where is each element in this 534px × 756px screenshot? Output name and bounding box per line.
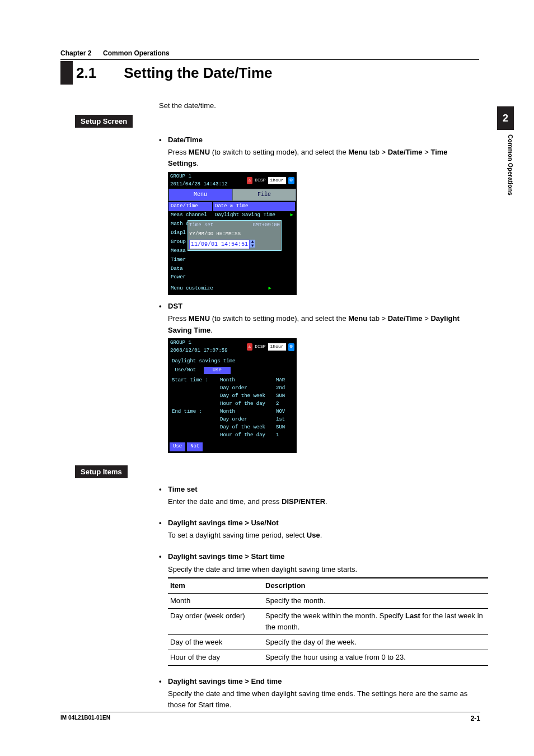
heading-setup-items: Setup Items: [75, 465, 128, 478]
chevron-right-icon: ▶: [269, 285, 271, 293]
bullet-datetime-title: Date/Time: [168, 136, 203, 144]
start-para: Specify the date and time when daylight …: [159, 564, 479, 575]
page-title: 2.1 Setting the Date/Time: [76, 64, 273, 82]
table-row: Day order (week order) Specify the week …: [168, 609, 488, 635]
table-row: Month Specify the month.: [168, 593, 488, 608]
header-rule: [60, 59, 479, 60]
th-desc: Description: [263, 578, 488, 594]
alarm-badge: ⚠: [247, 177, 253, 184]
th-item: Item: [168, 578, 263, 594]
datetime-instruction: Press MENU (to switch to setting mode), …: [159, 147, 479, 169]
table-row: Hour of the day Specify the hour using a…: [168, 650, 488, 665]
device-screenshot-datetime: GROUP 1 2011/04/28 14:43:12 ⚠ DISP 1hour…: [168, 172, 297, 296]
alarm-badge: ⚠: [247, 343, 253, 350]
chapter-name: Common Operations: [103, 49, 170, 57]
dst-instruction: Press MENU (to switch to setting mode), …: [159, 313, 479, 335]
table-row: Day of the week Specify the day of the w…: [168, 635, 488, 650]
dst-table: Start time :MonthMAR Day order2nd Day of…: [172, 377, 293, 440]
chapter-num: Chapter 2: [60, 49, 91, 57]
side-tab-label: Common Operations: [507, 134, 514, 195]
usenot-para: To set a daylight saving time period, se…: [159, 530, 479, 541]
gear-icon: ⚙: [288, 343, 294, 351]
bullet-start: Daylight savings time > Start time: [159, 551, 479, 562]
title-text: Setting the Date/Time: [124, 64, 272, 81]
bullet-datetime: Date/Time: [159, 134, 479, 146]
timeset-para: Enter the date and time, and press DISP/…: [159, 496, 479, 507]
intro-text: Set the date/time.: [159, 100, 479, 111]
page-number: 2-1: [471, 715, 480, 722]
title-accent-bar: [60, 61, 73, 85]
page-title-row: 2.1 Setting the Date/Time: [60, 61, 479, 85]
gear-icon: ⚙: [288, 177, 294, 185]
time-set-popup: Time set GMT+09:00 YY/MM/DD HH:MM:SS 11/…: [188, 220, 282, 251]
page-footer: IM 04L21B01-01EN 2-1: [60, 712, 480, 722]
chevron-right-icon: ▶: [291, 212, 293, 220]
heading-setup-screen: Setup Screen: [75, 115, 133, 128]
end-para: Specify the date and time when daylight …: [159, 688, 479, 711]
doc-id: IM 04L21B01-01EN: [60, 715, 110, 722]
device-tab-menu: Menu: [168, 189, 232, 201]
device-tab-file: File: [232, 189, 296, 201]
spinner-icon: ▲▼: [250, 240, 255, 248]
bullet-timeset: Time set: [159, 484, 479, 495]
bullet-dst-title: DST: [168, 302, 182, 310]
title-number: 2.1: [76, 64, 120, 82]
side-tab-number: 2: [497, 106, 514, 130]
chapter-header: Chapter 2 Common Operations: [60, 49, 479, 57]
device-button-not: Not: [187, 442, 203, 451]
bullet-dst: DST: [159, 301, 479, 312]
device-right-panel: Date & Time Daylight Saving Time▶ Time s…: [212, 201, 296, 283]
bullet-usenot: Daylight savings time > Use/Not: [159, 517, 479, 529]
device-screenshot-dst: GROUP 1 2008/12/01 17:07:59 ⚠ DISP 1hour…: [168, 338, 297, 453]
bullet-end: Daylight savings time > End time: [159, 676, 479, 687]
device-button-use: Use: [170, 442, 185, 451]
start-time-table: Item Description Month Specify the month…: [168, 577, 488, 666]
